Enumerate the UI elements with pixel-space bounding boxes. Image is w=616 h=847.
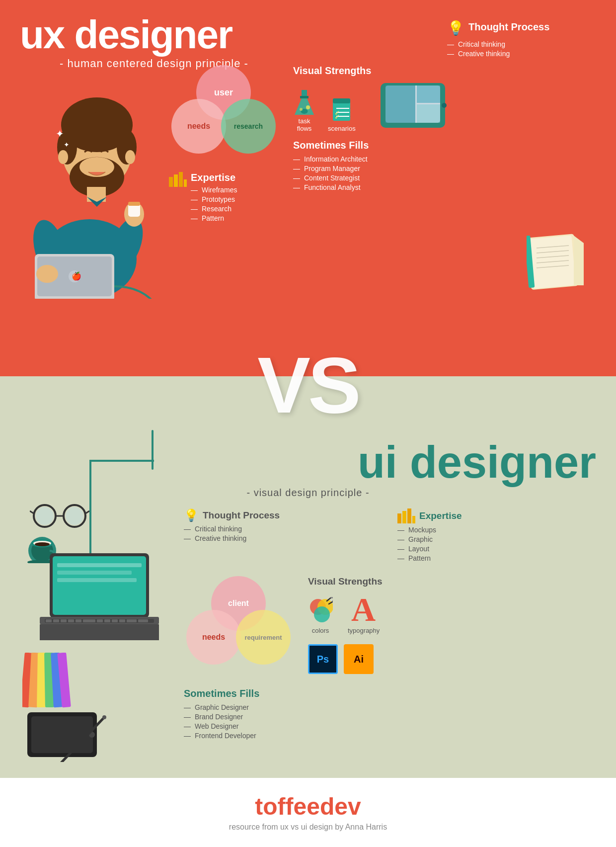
svg-rect-106 — [402, 511, 406, 523]
sf-ux-0: Information Architect — [293, 155, 368, 163]
svg-rect-89 — [127, 619, 137, 622]
svg-rect-84 — [83, 619, 95, 622]
book-illustration — [527, 233, 591, 292]
svg-line-63 — [85, 511, 89, 513]
svg-rect-82 — [68, 619, 74, 622]
thought-item-1: Critical thinking — [447, 40, 596, 48]
svg-point-65 — [66, 507, 83, 525]
bulb-icon-ui: 💡 — [184, 508, 199, 522]
svg-rect-83 — [76, 619, 81, 622]
svg-rect-80 — [53, 619, 59, 622]
sf-ui-3: Frontend Developer — [184, 732, 596, 740]
svg-point-103 — [102, 715, 106, 719]
svg-rect-28 — [174, 174, 178, 187]
svg-point-70 — [35, 542, 50, 546]
exp-ui-0: Mockups — [397, 526, 596, 534]
visual-strengths-ux: Visual Strengths taskflows — [293, 65, 596, 132]
checklist-icon: ✓ ✓ — [330, 97, 353, 125]
typography-item: A typography — [348, 592, 380, 634]
svg-text:A: A — [351, 592, 376, 624]
vs-title-ui: Visual Strengths — [308, 576, 596, 587]
ps-icon: Ps — [308, 644, 338, 674]
vs-title-ux: Visual Strengths — [293, 65, 596, 77]
svg-rect-108 — [412, 516, 415, 523]
svg-rect-48 — [417, 104, 440, 123]
svg-rect-76 — [57, 578, 137, 582]
person-illustration-area: 🍎 — [20, 60, 169, 301]
venn-diagram-ui: client needs requirement — [184, 576, 298, 676]
laptop-ui — [40, 553, 159, 642]
svg-rect-32 — [300, 96, 308, 98]
venn-research-label: research — [234, 122, 263, 130]
exp-ui-3: Pattern — [397, 554, 596, 562]
thought-title-ui: Thought Process — [203, 510, 280, 521]
svg-rect-29 — [179, 172, 183, 187]
vs-text: VS — [257, 345, 358, 425]
sf-ui-0: Graphic Designer — [184, 703, 596, 711]
typography-icon: A — [350, 592, 378, 624]
svg-rect-30 — [184, 179, 187, 187]
exp-ux-1: Prototypes — [191, 195, 237, 203]
expertise-ux: Expertise Wireframes Prototypes Research… — [169, 172, 283, 224]
tp-ui-0: Critical thinking — [184, 525, 383, 533]
svg-rect-74 — [57, 563, 142, 567]
ui-right-col: 💡 Thought Process Critical thinking Crea… — [174, 508, 596, 741]
colors-item: colors — [308, 597, 333, 634]
venn-needs-ui-label: needs — [202, 633, 225, 642]
expertise-title-ux: Expertise — [191, 172, 237, 183]
cable-top — [152, 430, 154, 470]
flask-icon — [293, 90, 315, 117]
tp-ui-1: Creative thinking — [184, 534, 383, 542]
ui-subtitle: - visual design principle - — [20, 487, 596, 499]
svg-point-64 — [36, 507, 54, 525]
taskflows-item: taskflows — [293, 90, 315, 132]
sf-ui-2: Web Designer — [184, 722, 596, 730]
scenarios-label: scenarios — [328, 125, 356, 132]
sf-ux-2: Content Strategist — [293, 174, 368, 182]
svg-point-49 — [442, 103, 447, 108]
cable-h — [89, 460, 154, 462]
exp-title-ui: Expertise — [419, 510, 462, 521]
svg-rect-100 — [31, 716, 93, 753]
svg-rect-79 — [46, 619, 52, 622]
svg-rect-92 — [40, 624, 159, 640]
visual-strengths-ui: Visual Strengths — [308, 576, 596, 674]
bulb-icon: 💡 — [447, 20, 464, 36]
svg-rect-105 — [397, 513, 401, 523]
taskflows-label: taskflows — [297, 117, 312, 132]
expertise-ui: Expertise Mockups Graphic Layout Pattern — [397, 508, 596, 564]
sf-ui-1: Brand Designer — [184, 713, 596, 721]
ux-section: ux designer - human centered design prin… — [0, 0, 616, 340]
svg-rect-88 — [119, 619, 125, 622]
svg-rect-85 — [97, 619, 103, 622]
svg-marker-58 — [574, 236, 584, 285]
sf-ux-3: Functional Analyst — [293, 183, 368, 191]
colors-label: colors — [312, 627, 329, 634]
svg-line-62 — [30, 511, 34, 513]
svg-rect-5 — [128, 202, 140, 206]
ux-title: ux designer — [20, 15, 248, 55]
bar-chart-icon-ui — [397, 508, 415, 523]
ux-person-svg: 🍎 — [20, 60, 159, 299]
footer-attribution: resource from ux vs ui design by Anna Ha… — [10, 823, 606, 832]
venn-user-label: user — [214, 87, 233, 98]
vs-section: VS — [0, 340, 616, 430]
sometimes-fills-ux: Sometimes Fills Information Architect Pr… — [293, 140, 596, 193]
right-column-ux: Visual Strengths taskflows — [283, 60, 596, 193]
ui-title: ui designer — [20, 440, 596, 485]
svg-point-35 — [306, 105, 310, 109]
footer-brand: toffeedev — [10, 793, 606, 820]
colors-icon — [308, 597, 333, 624]
software-icons: Ps Ai — [308, 644, 596, 674]
venn-diagram-ux: user needs research — [169, 65, 278, 162]
exp-ui-2: Layout — [397, 545, 596, 553]
svg-rect-46 — [385, 85, 415, 123]
svg-text:🍎: 🍎 — [72, 271, 81, 281]
cable-v — [89, 460, 91, 569]
ui-section: ui designer - visual design principle - — [0, 430, 616, 778]
svg-rect-75 — [57, 571, 132, 575]
svg-rect-90 — [138, 619, 148, 622]
svg-rect-38 — [333, 98, 350, 103]
exp-ux-2: Research — [191, 205, 237, 213]
glasses-illustration — [30, 504, 89, 530]
